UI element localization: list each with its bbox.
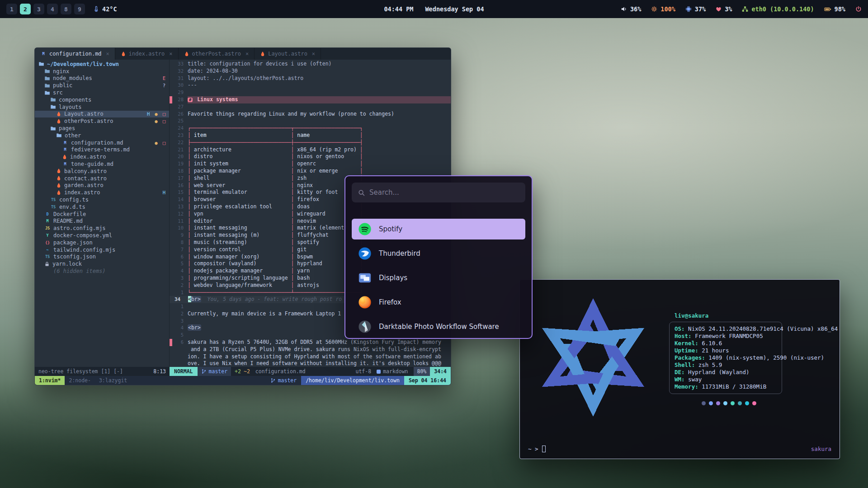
git-diff-added: +2 <box>235 368 241 375</box>
tree-item-label: node_modules <box>53 75 92 81</box>
tree-item-tsconfig-json[interactable]: TStsconfig.json <box>35 253 169 261</box>
md-icon: M <box>40 52 47 56</box>
palette-dot <box>702 401 706 405</box>
close-icon[interactable]: × <box>245 51 249 57</box>
battery-module[interactable]: 98% <box>824 5 845 13</box>
tmux-window-3-lazygit[interactable]: 3:lazygit <box>95 376 131 385</box>
html-tag: <br> <box>188 324 201 331</box>
tree-item-badge: ● <box>155 111 157 117</box>
tree-item-other[interactable]: other <box>35 132 169 139</box>
astro-icon <box>56 168 61 174</box>
tree-item-layout-astro[interactable]: Layout.astroH●□ <box>35 111 169 118</box>
temperature-module[interactable]: 42°C <box>93 5 117 13</box>
tree-item-label: contact.astro <box>64 175 107 182</box>
tree-item-public[interactable]: public? <box>35 82 169 89</box>
volume-module[interactable]: 36% <box>621 5 641 13</box>
tree-item-nginx[interactable]: nginx <box>35 68 169 75</box>
palette-dot <box>723 401 727 405</box>
tab-configuration-md[interactable]: Mconfiguration.md× <box>35 48 115 60</box>
tree-item-pages[interactable]: pages <box>35 125 169 132</box>
launcher-item-thunderbird[interactable]: Thunderbird <box>352 243 525 264</box>
folder-icon <box>44 90 50 96</box>
statusline-filetype: markdown <box>377 368 408 375</box>
tree-item-contact-astro[interactable]: contact.astro <box>35 175 169 182</box>
tree-item-tailwind-config-mjs[interactable]: ~tailwind.config.mjs <box>35 246 169 253</box>
tree-item-dockerfile[interactable]: DDockerfile <box>35 211 169 218</box>
tree-item-docker-compose-yml[interactable]: Ydocker-compose.yml <box>35 232 169 239</box>
tree-item-badge: □ <box>163 118 165 124</box>
html-tag: <br> <box>188 296 201 302</box>
fetch-field-wm: WM: sway <box>675 376 782 383</box>
launcher-item-firefox[interactable]: Firefox <box>352 292 525 313</box>
brightness-module[interactable]: 100% <box>651 5 675 13</box>
tree-item-yarn-lock[interactable]: yarn.lock <box>35 260 169 267</box>
network-value: eth0 (10.0.0.140) <box>751 5 814 13</box>
tab-layout-astro[interactable]: Layout.astro× <box>255 48 321 60</box>
workspace-1[interactable]: 1 <box>6 4 17 14</box>
tree-item-index-astro[interactable]: index.astro <box>35 153 169 160</box>
launcher-item-displays[interactable]: Displays <box>352 267 525 288</box>
workspace-4[interactable]: 4 <box>47 4 58 14</box>
tree-item-label: public <box>53 82 72 89</box>
thunderbird-icon <box>358 247 372 260</box>
tree-item-garden-astro[interactable]: garden.astro <box>35 182 169 189</box>
close-icon[interactable]: × <box>312 51 315 57</box>
palette-dot <box>709 401 713 405</box>
network-module[interactable]: eth0 (10.0.0.140) <box>742 5 814 13</box>
workspace-9[interactable]: 9 <box>74 4 85 14</box>
close-icon[interactable]: × <box>169 51 172 57</box>
tree-item-fediverse-terms-md[interactable]: Mfediverse-terms.md <box>35 146 169 154</box>
terminal-cursor <box>542 446 546 452</box>
workspace-8[interactable]: 8 <box>61 4 71 14</box>
palette-dot <box>716 401 720 405</box>
memory-module[interactable]: 37% <box>685 5 706 13</box>
tree-item-config-ts[interactable]: TSconfig.ts <box>35 196 169 203</box>
tab-otherpost-astro[interactable]: otherPost.astro× <box>179 48 255 60</box>
tree-item-astro-config-mjs[interactable]: JSastro.config.mjs <box>35 225 169 232</box>
tree-item-package-json[interactable]: {}package.json <box>35 239 169 246</box>
launcher-item-spotify[interactable]: Spotify <box>352 219 525 239</box>
cpu-module[interactable]: 3% <box>716 5 732 13</box>
chip-icon <box>685 6 692 12</box>
tree-item-6-hidden-items[interactable]: (6 hidden items) <box>35 267 169 275</box>
tree-item-configuration-md[interactable]: Mconfiguration.md●□ <box>35 139 169 146</box>
tmux-window-2-node[interactable]: 2:node- <box>65 376 94 385</box>
fetch-field-host: Host: Framework FRANMDCP05 <box>675 333 782 340</box>
launcher-item-darktable-photo-workflow-software[interactable]: Darktable Photo Workflow Software <box>352 316 525 337</box>
palette-dot <box>731 401 735 405</box>
tree-item-label: tone-guide.md <box>71 161 113 167</box>
workspace-2[interactable]: 2 <box>20 4 31 14</box>
tree-item-src[interactable]: src <box>35 89 169 96</box>
tree-item-index-astro[interactable]: index.astroH <box>35 189 169 196</box>
tab-index-astro[interactable]: index.astro× <box>115 48 179 60</box>
power-button[interactable] <box>855 6 862 12</box>
docker-icon: D <box>44 212 51 216</box>
ts-icon: TS <box>50 197 57 202</box>
shell-prompt[interactable]: ~ > <box>528 446 546 452</box>
search-input[interactable] <box>369 188 519 197</box>
search-box[interactable] <box>352 183 525 202</box>
fetch-field-memory: Memory: 11731MiB / 31280MiB <box>675 383 782 390</box>
tree-item-node-modules[interactable]: node_modulesE <box>35 75 169 82</box>
speaker-icon <box>621 6 627 12</box>
tree-item-balcony-astro[interactable]: balcony.astro <box>35 168 169 175</box>
close-icon[interactable]: × <box>106 51 109 57</box>
tree-item-layouts[interactable]: layouts <box>35 103 169 111</box>
fetch-field-packages: Packages: 1409 (nix-system), 2590 (nix-u… <box>675 354 782 361</box>
tmux-window-1-nvim[interactable]: 1:nvim* <box>35 376 65 385</box>
tree-item-label: pages <box>59 125 75 131</box>
workspace-3[interactable]: 3 <box>33 4 44 14</box>
memory-value: 37% <box>695 5 706 13</box>
tree-item-tone-guide-md[interactable]: Mtone-guide.md <box>35 160 169 168</box>
tree-item-label: docker-compose.yml <box>53 232 112 239</box>
tree-item-env-d-ts[interactable]: TSenv.d.ts <box>35 203 169 211</box>
tree-item-development-liv-town[interactable]: ~/Development/liv.town <box>35 61 169 68</box>
tree-item-label: (6 hidden items) <box>53 268 106 274</box>
tree-item-label: configuration.md <box>71 140 123 146</box>
tree-item-components[interactable]: components <box>35 96 169 103</box>
fetch-info-box: OS: NixOS 24.11.20240828.71e91c4 (Vicuna… <box>669 322 782 394</box>
clock[interactable]: 04:44 PM <box>384 5 413 13</box>
tree-item-readme-md[interactable]: MREADME.md <box>35 218 169 225</box>
date[interactable]: Wednesday Sep 04 <box>425 5 484 13</box>
tree-item-otherpost-astro[interactable]: otherPost.astro●□ <box>35 117 169 125</box>
